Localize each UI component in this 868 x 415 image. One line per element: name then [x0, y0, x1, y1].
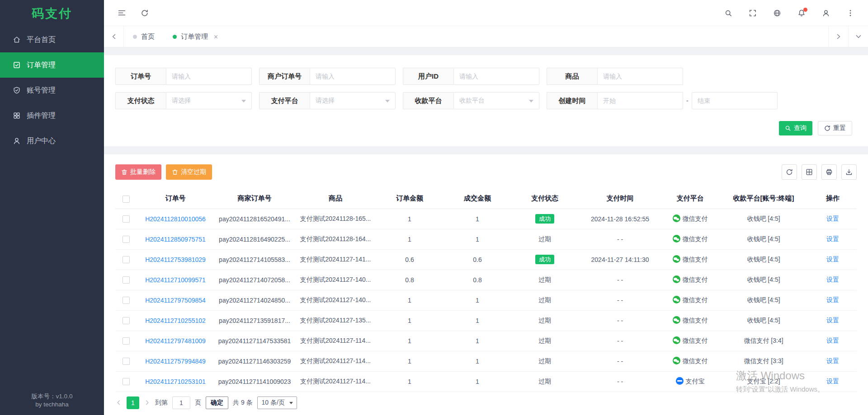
row-settings-link[interactable]: 设置	[826, 337, 839, 344]
user-id-input[interactable]	[453, 68, 539, 85]
row-checkbox[interactable]	[123, 297, 130, 304]
order-no-link[interactable]: H2024112810010056	[145, 215, 206, 223]
order-no-link[interactable]: H2024112757994849	[145, 358, 206, 365]
status-text: 过期	[538, 317, 551, 324]
table-row: H2024112810010056 pay2024112816520491...…	[115, 209, 857, 229]
receive-platform-select[interactable]: 收款平台	[453, 92, 539, 109]
order-no-link[interactable]: H2024112797509854	[145, 297, 206, 304]
row-checkbox[interactable]	[123, 215, 130, 223]
more-icon[interactable]	[846, 9, 854, 17]
row-settings-link[interactable]: 设置	[826, 215, 839, 222]
pay-time: - -	[578, 270, 662, 290]
sidebar-item-plugins[interactable]: 插件管理	[0, 103, 104, 128]
order-no-input[interactable]	[166, 68, 252, 85]
row-settings-link[interactable]: 设置	[826, 317, 839, 324]
col-receive-platform: 收款平台[账号:终端]	[718, 189, 809, 209]
product-name: 支付测试20241127-114...	[295, 371, 376, 392]
row-checkbox[interactable]	[123, 276, 130, 284]
batch-delete-button[interactable]: 批量删除	[115, 164, 161, 180]
page-size-value: 10 条/页	[262, 399, 285, 407]
search-button[interactable]: 查询	[779, 121, 812, 135]
sidebar-item-user-center[interactable]: 用户中心	[0, 128, 104, 154]
table-header-row: 订单号 商家订单号 商品 订单金额 成交金额 支付状态 支付时间 支付平台 收款…	[115, 189, 857, 209]
sidebar-item-home[interactable]: 平台首页	[0, 27, 104, 52]
row-checkbox[interactable]	[123, 337, 130, 345]
goto-confirm-button[interactable]: 确定	[206, 396, 228, 409]
prev-page-button[interactable]	[115, 399, 122, 406]
pagination: 1 到第 页 确定 共 9 条 10 条/页	[115, 392, 857, 415]
tab-home[interactable]: 首页	[124, 26, 164, 47]
start-time-input[interactable]	[597, 92, 683, 109]
pay-status-select[interactable]: 请选择	[166, 92, 252, 109]
table-refresh-button[interactable]	[782, 164, 797, 180]
tab-dot	[173, 35, 177, 39]
row-settings-link[interactable]: 设置	[826, 378, 839, 385]
product-name: 支付测试20241128-165...	[295, 209, 376, 229]
status-text: 过期	[538, 378, 551, 385]
receiver-platform: 收钱吧 [4:5]	[718, 209, 809, 229]
receiver-platform: 支付宝 [2:2]	[718, 371, 809, 392]
order-no-link[interactable]: H2024112850975751	[145, 236, 206, 243]
receiver-platform: 收钱吧 [4:5]	[718, 310, 809, 331]
wechat-pay-icon	[673, 275, 680, 283]
tab-close-icon[interactable]	[213, 34, 219, 40]
export-button[interactable]	[841, 164, 857, 180]
row-settings-link[interactable]: 设置	[826, 235, 839, 242]
row-checkbox[interactable]	[123, 236, 130, 243]
row-settings-link[interactable]: 设置	[826, 276, 839, 283]
row-checkbox[interactable]	[123, 317, 130, 324]
version-author: by techhaha	[0, 401, 104, 409]
select-all-checkbox[interactable]	[123, 196, 130, 203]
search-icon[interactable]	[724, 9, 732, 17]
order-no-link[interactable]: H2024112753981029	[145, 256, 206, 263]
tabs-scroll-left-button[interactable]	[104, 26, 124, 47]
version-info: 版本号：v1.0.0 by techhaha	[0, 392, 104, 409]
product-name: 支付测试20241127-114...	[295, 331, 376, 351]
columns-setting-button[interactable]	[802, 164, 817, 180]
tabs-scroll-right-button[interactable]	[828, 26, 848, 47]
order-no-link[interactable]: H2024112710253101	[145, 378, 206, 385]
tabbar: 首页 订单管理	[104, 26, 868, 47]
order-no-link[interactable]: H2024112710099571	[145, 276, 206, 284]
language-icon[interactable]	[773, 9, 781, 17]
goto-page-input[interactable]	[172, 396, 190, 409]
pay-time: - -	[578, 229, 662, 249]
product-input[interactable]	[597, 68, 683, 85]
row-settings-link[interactable]: 设置	[826, 357, 839, 364]
notification-icon[interactable]	[797, 9, 806, 17]
end-time-input[interactable]	[692, 92, 778, 109]
filter-receive-platform: 收款平台 收款平台	[403, 92, 539, 109]
receiver-platform: 微信支付 [3:4]	[718, 331, 809, 351]
row-settings-link[interactable]: 设置	[826, 296, 839, 303]
user-icon[interactable]	[822, 9, 830, 17]
tabs-menu-button[interactable]	[848, 26, 868, 47]
sidebar-item-orders[interactable]: 订单管理	[0, 52, 104, 78]
order-amount: 1	[376, 209, 443, 229]
tab-orders[interactable]: 订单管理	[164, 26, 228, 47]
order-no-link[interactable]: H2024112710255102	[145, 317, 206, 324]
current-page[interactable]: 1	[127, 396, 139, 409]
page-size-select[interactable]: 10 条/页	[257, 396, 297, 409]
clear-expired-button[interactable]: 清空过期	[166, 164, 212, 180]
pay-platform-select[interactable]: 请选择	[310, 92, 396, 109]
order-amount: 1	[376, 310, 443, 331]
next-page-button[interactable]	[144, 399, 151, 406]
reset-button[interactable]: 重置	[818, 121, 852, 135]
sidebar-menu: 平台首页 订单管理 账号管理 插件管理 用户中心	[0, 27, 104, 154]
merchant-order-no-input[interactable]	[310, 68, 396, 85]
row-checkbox[interactable]	[123, 358, 130, 365]
table-row: H2024112797509854 pay2024112714024850...…	[115, 290, 857, 310]
fullscreen-icon[interactable]	[749, 9, 757, 17]
order-no-link[interactable]: H2024112797481009	[145, 337, 206, 345]
sidebar-item-accounts[interactable]: 账号管理	[0, 78, 104, 103]
col-actions: 操作	[809, 189, 857, 209]
search-button-label: 查询	[794, 124, 807, 132]
content: 订单号 商户订单号 用户ID 商品	[104, 47, 868, 415]
refresh-icon[interactable]	[141, 9, 149, 17]
collapse-menu-icon[interactable]	[118, 9, 126, 17]
row-checkbox[interactable]	[123, 378, 130, 385]
receiver-platform: 收钱吧 [4:5]	[718, 270, 809, 290]
row-settings-link[interactable]: 设置	[826, 256, 839, 263]
row-checkbox[interactable]	[123, 256, 130, 263]
print-button[interactable]	[821, 164, 837, 180]
